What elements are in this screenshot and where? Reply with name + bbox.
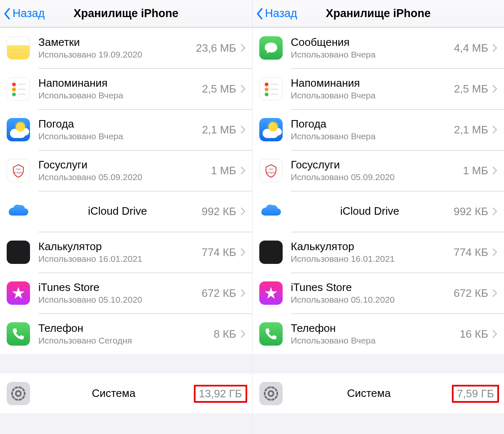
chevron-right-icon — [492, 125, 497, 134]
row-labels: iCloud Drive — [38, 205, 197, 218]
last-used-label: Использовано 05.09.2020 — [38, 172, 206, 182]
app-name: Погода — [38, 118, 197, 130]
storage-size: 2,5 МБ — [454, 83, 488, 95]
app-name: Напоминания — [291, 77, 449, 90]
row-trailing: 774 КБ — [197, 246, 246, 259]
phone-icon — [7, 322, 30, 346]
storage-row[interactable]: КалькуляторИспользовано 16.01.2021774 КБ — [0, 232, 252, 273]
last-used-label: Использовано Сегодня — [38, 336, 209, 346]
app-name: Телефон — [291, 322, 455, 335]
row-trailing: 1 МБ — [206, 164, 245, 177]
app-storage-list: ЗаметкиИспользовано 19.09.202023,6 МБНап… — [0, 28, 252, 354]
storage-row[interactable]: КалькуляторИспользовано 16.01.2021774 КБ — [253, 232, 504, 273]
chevron-right-icon — [492, 330, 497, 338]
back-label: Назад — [265, 8, 297, 19]
app-name: Сообщения — [291, 36, 449, 49]
app-name: Погода — [291, 118, 449, 130]
system-section: Система7,59 ГБ — [253, 374, 504, 414]
system-row[interactable]: Система7,59 ГБ — [253, 374, 504, 414]
svg-rect-4 — [18, 398, 22, 401]
storage-row[interactable]: НапоминанияИспользовано Вчера2,5 МБ — [253, 68, 504, 109]
row-trailing: 2,1 МБ — [197, 123, 245, 136]
storage-row[interactable]: ЗаметкиИспользовано 19.09.202023,6 МБ — [0, 28, 252, 68]
svg-rect-6 — [12, 395, 15, 399]
row-trailing: 992 КБ — [449, 205, 497, 218]
section-gap — [253, 414, 504, 433]
chevron-right-icon — [241, 330, 246, 338]
chevron-right-icon — [241, 248, 246, 256]
storage-row[interactable]: СообщенияИспользовано Вчера4,4 МБ — [253, 28, 504, 68]
svg-rect-3 — [22, 395, 25, 399]
storage-size: 774 КБ — [202, 246, 236, 259]
chevron-right-icon — [241, 44, 246, 52]
storage-size: 992 КБ — [454, 205, 488, 218]
last-used-label: Использовано Вчера — [291, 336, 455, 346]
row-trailing: 2,1 МБ — [449, 123, 497, 136]
row-labels: КалькуляторИспользовано 16.01.2021 — [38, 241, 197, 264]
storage-row[interactable]: ТелефонИспользовано Вчера16 КБ — [253, 314, 504, 354]
row-labels: iCloud Drive — [291, 205, 449, 218]
row-labels: ТелефонИспользовано Сегодня — [38, 322, 209, 346]
comparison-container: НазадХранилище iPhoneЗаметкиИспользовано… — [0, 0, 504, 434]
storage-size: 2,1 МБ — [454, 123, 488, 136]
row-trailing: 7,59 ГБ — [447, 385, 497, 403]
row-labels: ГосуслугиИспользовано 05.09.2020 — [291, 159, 458, 182]
row-trailing: 8 КБ — [209, 328, 246, 341]
chevron-right-icon — [492, 44, 497, 52]
row-labels: НапоминанияИспользовано Вчера — [38, 77, 197, 100]
storage-row[interactable]: ПогодаИспользовано Вчера2,1 МБ — [253, 109, 504, 150]
storage-row[interactable]: госуслугиГосуслугиИспользовано 05.09.202… — [0, 150, 252, 191]
storage-row[interactable]: НапоминанияИспользовано Вчера2,5 МБ — [0, 68, 252, 109]
storage-row[interactable]: ★iTunes StoreИспользовано 05.10.2020672 … — [253, 273, 504, 314]
storage-row[interactable]: iCloud Drive992 КБ — [253, 191, 504, 232]
row-labels: Система — [291, 387, 447, 400]
storage-size: 2,5 МБ — [202, 83, 236, 95]
storage-size: 672 КБ — [454, 287, 488, 300]
chevron-right-icon — [241, 166, 246, 175]
back-button[interactable]: Назад — [3, 8, 45, 20]
calculator-icon — [7, 241, 30, 264]
storage-row[interactable]: ★iTunes StoreИспользовано 05.10.2020672 … — [0, 273, 252, 314]
storage-row[interactable]: ТелефонИспользовано Сегодня8 КБ — [0, 314, 252, 354]
svg-rect-16 — [271, 398, 275, 401]
row-labels: iTunes StoreИспользовано 05.10.2020 — [38, 281, 197, 305]
settings-gear-icon — [7, 382, 30, 405]
row-labels: КалькуляторИспользовано 16.01.2021 — [291, 241, 449, 264]
chevron-right-icon — [241, 207, 246, 216]
weather-icon — [259, 118, 283, 141]
storage-row[interactable]: iCloud Drive992 КБ — [0, 191, 252, 232]
weather-icon — [7, 118, 30, 141]
last-used-label: Использовано Вчера — [38, 131, 197, 141]
system-label: Система — [92, 387, 135, 400]
navigation-bar: НазадХранилище iPhone — [253, 0, 504, 28]
svg-rect-10 — [18, 386, 22, 389]
last-used-label: Использовано 05.10.2020 — [38, 295, 197, 305]
row-trailing: 16 КБ — [455, 328, 497, 341]
icloud-drive-icon — [7, 200, 30, 223]
app-name: iTunes Store — [38, 281, 197, 294]
storage-row[interactable]: госуслугиГосуслугиИспользовано 05.09.202… — [253, 150, 504, 191]
back-button[interactable]: Назад — [256, 8, 297, 20]
last-used-label: Использовано 16.01.2021 — [291, 254, 449, 264]
svg-rect-15 — [274, 395, 278, 399]
system-size: 7,59 ГБ — [452, 385, 499, 403]
storage-row[interactable]: ПогодаИспользовано Вчера2,1 МБ — [0, 109, 252, 150]
app-name: iCloud Drive — [88, 205, 147, 218]
system-row[interactable]: Система13,92 ГБ — [0, 374, 252, 414]
storage-size: 1 МБ — [463, 164, 488, 177]
row-trailing: 992 КБ — [197, 205, 246, 218]
row-trailing: 672 КБ — [449, 287, 497, 300]
svg-rect-23 — [274, 388, 278, 392]
svg-rect-21 — [267, 386, 271, 389]
last-used-label: Использовано Вчера — [38, 90, 197, 100]
app-storage-list: СообщенияИспользовано Вчера4,4 МБНапомин… — [253, 28, 504, 354]
svg-rect-7 — [11, 392, 13, 395]
last-used-label: Использовано Вчера — [291, 50, 449, 60]
last-used-label: Использовано Вчера — [291, 90, 449, 100]
row-trailing: 4,4 МБ — [449, 42, 497, 55]
last-used-label: Использовано 05.09.2020 — [291, 172, 458, 182]
svg-text:гос: гос — [269, 168, 273, 171]
row-trailing: 2,5 МБ — [197, 83, 245, 95]
reminders-icon — [7, 77, 30, 100]
storage-size: 992 КБ — [202, 205, 236, 218]
